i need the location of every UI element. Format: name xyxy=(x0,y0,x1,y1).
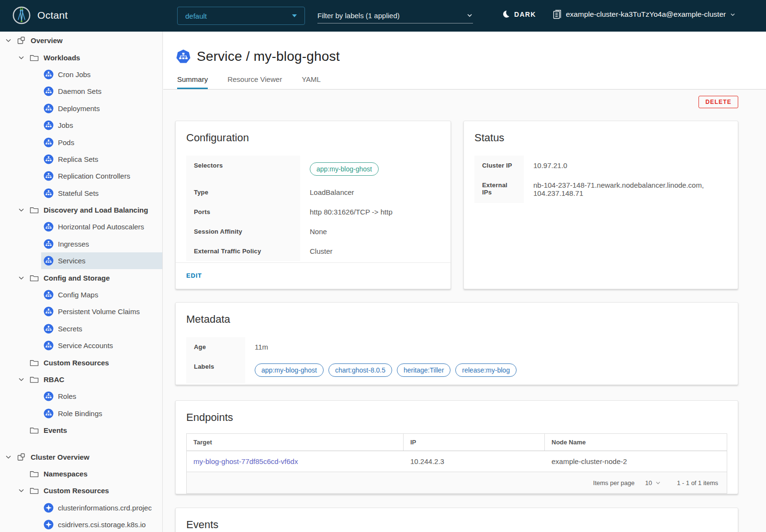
sidebar-item-ingresses[interactable]: Ingresses xyxy=(0,236,162,252)
sidebar-item-roles[interactable]: Roles xyxy=(0,388,162,405)
cluster-name: example-cluster-ka3TuTzYo4a@example-clus… xyxy=(566,10,726,19)
dark-mode-toggle[interactable]: DARK xyxy=(502,10,536,18)
field-row-selectors: Selectorsapp:my-blog-ghost xyxy=(186,156,440,182)
csidrivers-csi-storage-k8s-io-icon xyxy=(44,520,54,530)
namespace-dropdown[interactable]: default xyxy=(177,7,305,25)
field-label: Ports xyxy=(186,202,300,222)
sidebar-item-label: Secrets xyxy=(58,325,82,333)
tab-yaml[interactable]: YAML xyxy=(302,75,321,89)
persistent-volume-claims-icon xyxy=(44,306,54,317)
sidebar-item-label: Persistent Volume Claims xyxy=(58,307,140,316)
sidebar-item-label: Cluster Overview xyxy=(31,453,90,461)
field-value: None xyxy=(300,222,327,241)
chevron-placeholder xyxy=(17,427,25,434)
sidebar-item-events[interactable]: Events xyxy=(0,422,162,439)
sidebar-item-overview[interactable]: Overview xyxy=(0,32,162,49)
sidebar-item-rbac[interactable]: RBAC xyxy=(0,371,162,388)
chevron-down-icon[interactable] xyxy=(4,453,12,461)
page-header: Service / my-blog-ghost SummaryResource … xyxy=(163,32,766,90)
sidebar-item-cron-jobs[interactable]: Cron Jobs xyxy=(0,66,162,83)
sidebar-item-label: Services xyxy=(58,257,86,265)
replica-sets-icon xyxy=(44,154,54,164)
endpoints-table: TargetIPNode Name my-blog-ghost-77df85c6… xyxy=(186,433,727,494)
sidebar-item-label: Namespaces xyxy=(44,470,88,478)
sidebar-item-label: Events xyxy=(44,426,67,434)
field-label: Type xyxy=(186,182,300,202)
field-value: http 80:31626/TCP -> http xyxy=(300,202,393,222)
daemon-sets-icon xyxy=(44,86,54,96)
edit-button[interactable]: EDIT xyxy=(186,272,202,279)
configuration-table: Selectorsapp:my-blog-ghostTypeLoadBalanc… xyxy=(186,156,440,261)
field-row-session-affinity: Session AffinityNone xyxy=(186,222,440,241)
sidebar-item-horizontal-pod-autoscalers[interactable]: Horizontal Pod Autoscalers xyxy=(0,218,162,235)
sidebar-item-csidrivers-csi-storage-k8s-io[interactable]: csidrivers.csi.storage.k8s.io xyxy=(0,516,162,532)
chevron-down-icon[interactable] xyxy=(17,206,25,214)
sidebar-item-deployments[interactable]: Deployments xyxy=(0,100,162,117)
page-size-select[interactable]: 10 xyxy=(645,479,661,487)
field-value: app:my-blog-ghostchart:ghost-8.0.5herita… xyxy=(245,357,521,384)
chevron-down-icon[interactable] xyxy=(17,274,25,282)
cron-jobs-icon xyxy=(44,69,54,79)
sidebar-item-jobs[interactable]: Jobs xyxy=(0,117,162,134)
sidebar-item-daemon-sets[interactable]: Daemon Sets xyxy=(0,83,162,100)
chevron-down-icon[interactable] xyxy=(17,376,25,384)
sidebar-item-namespaces[interactable]: Namespaces xyxy=(0,465,162,482)
chevron-down-icon[interactable] xyxy=(17,487,25,495)
sidebar-item-service-accounts[interactable]: Service Accounts xyxy=(0,337,162,354)
app-logo: Octant xyxy=(12,6,68,24)
sidebar-item-workloads[interactable]: Workloads xyxy=(0,49,162,66)
ingresses-icon xyxy=(44,239,54,249)
sidebar-item-custom-resources[interactable]: Custom Resources xyxy=(0,354,162,371)
replication-controllers-icon xyxy=(44,171,54,181)
sidebar-item-config-and-storage[interactable]: Config and Storage xyxy=(0,269,162,286)
cluster-icon xyxy=(553,10,562,19)
chevron-down-icon[interactable] xyxy=(17,54,25,61)
horizontal-pod-autoscalers-icon xyxy=(44,222,54,232)
sidebar-item-label: Stateful Sets xyxy=(58,189,99,197)
field-label: Session Affinity xyxy=(186,222,300,241)
events-card: Events xyxy=(175,508,738,532)
sidebar-item-label: Config and Storage xyxy=(44,274,110,282)
endpoint-ip-cell: 10.244.2.3 xyxy=(404,451,545,472)
sidebar-item-persistent-volume-claims[interactable]: Persistent Volume Claims xyxy=(0,303,162,320)
sidebar-item-label: Custom Resources xyxy=(44,359,109,367)
chevron-down-icon[interactable] xyxy=(4,37,12,45)
sidebar-item-secrets[interactable]: Secrets xyxy=(0,320,162,337)
sidebar-item-replica-sets[interactable]: Replica Sets xyxy=(0,151,162,168)
sidebar-item-label: Cron Jobs xyxy=(58,70,90,79)
sidebar-item-discovery-and-load-balancing[interactable]: Discovery and Load Balancing xyxy=(0,202,162,218)
status-table: Cluster IP10.97.21.0External IPsnb-104-2… xyxy=(474,156,727,203)
workloads-icon xyxy=(29,53,39,63)
sidebar-item-replication-controllers[interactable]: Replication Controllers xyxy=(0,168,162,184)
sidebar-item-config-maps[interactable]: Config Maps xyxy=(0,286,162,303)
sidebar-item-role-bindings[interactable]: Role Bindings xyxy=(0,405,162,422)
field-value: app:my-blog-ghost xyxy=(300,156,383,182)
cluster-dropdown[interactable]: example-cluster-ka3TuTzYo4a@example-clus… xyxy=(553,10,735,19)
sidebar-item-cluster-overview[interactable]: Cluster Overview xyxy=(0,448,162,465)
metadata-card: Metadata Age11mLabelsapp:my-blog-ghostch… xyxy=(175,302,738,385)
sidebar-item-services[interactable]: Services xyxy=(41,252,162,269)
delete-button[interactable]: DELETE xyxy=(698,96,738,108)
sidebar-item-stateful-sets[interactable]: Stateful Sets xyxy=(0,185,162,202)
config-maps-icon xyxy=(44,290,54,300)
sidebar-item-label: Deployments xyxy=(58,104,100,113)
tab-resource-viewer[interactable]: Resource Viewer xyxy=(227,75,282,89)
field-value: nb-104-237-148-71.newark.nodebalancer.li… xyxy=(524,175,727,203)
dropdown-caret-icon xyxy=(292,14,297,17)
field-label: Selectors xyxy=(186,156,300,182)
sidebar-item-label: clusterinformations.crd.projec xyxy=(58,504,152,512)
sidebar-item-label: Horizontal Pod Autoscalers xyxy=(58,223,144,231)
sidebar-item-pods[interactable]: Pods xyxy=(0,134,162,150)
sidebar-item-custom-resources[interactable]: Custom Resources xyxy=(0,482,162,499)
rbac-icon xyxy=(29,374,39,385)
sidebar-item-clusterinformations-crd-projec[interactable]: clusterinformations.crd.projec xyxy=(0,499,162,516)
label-filter-dropdown[interactable]: Filter by labels (1 applied) xyxy=(317,8,473,23)
tab-summary[interactable]: Summary xyxy=(177,75,208,89)
field-row-type: TypeLoadBalancer xyxy=(186,182,440,202)
endpoint-target-link[interactable]: my-blog-ghost-77df85c6cd-vf6dx xyxy=(193,457,298,465)
field-label: External IPs xyxy=(474,175,524,203)
clusterinformations-crd-projec-icon xyxy=(44,503,54,513)
field-row-labels: Labelsapp:my-blog-ghostchart:ghost-8.0.5… xyxy=(186,357,727,384)
services-icon xyxy=(44,256,54,266)
stateful-sets-icon xyxy=(44,188,54,198)
